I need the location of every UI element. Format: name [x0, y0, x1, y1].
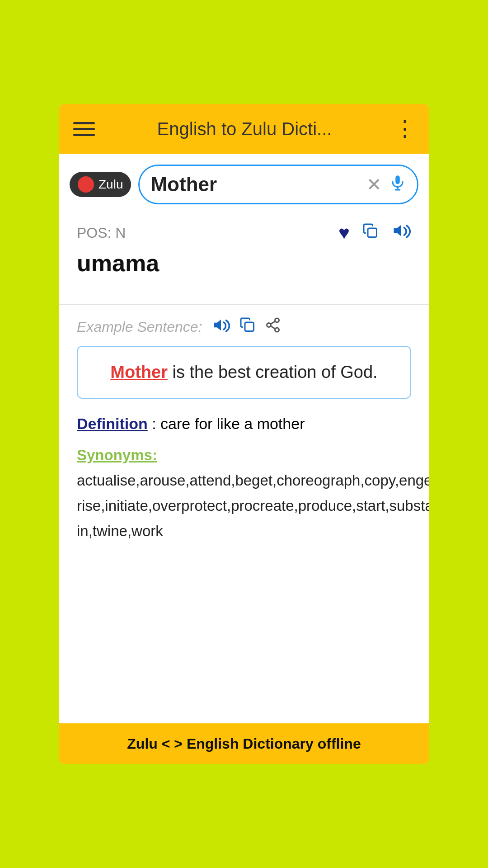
copy-icon[interactable]: [362, 222, 379, 244]
search-input-container[interactable]: Mother ✕: [138, 165, 418, 204]
example-row: Example Sentence:: [77, 316, 411, 339]
svg-point-9: [275, 328, 279, 332]
svg-line-10: [270, 326, 275, 329]
example-label: Example Sentence:: [77, 319, 202, 335]
svg-point-7: [275, 318, 279, 322]
pos-label: POS: N: [77, 225, 126, 241]
speaker-icon[interactable]: [391, 221, 411, 245]
svg-marker-4: [394, 225, 402, 236]
more-options-icon[interactable]: ⋮: [394, 118, 415, 140]
example-share-icon[interactable]: [265, 317, 281, 337]
svg-rect-0: [395, 175, 400, 184]
example-action-icons: [211, 316, 281, 339]
svg-line-11: [270, 321, 275, 324]
definition-colon: :: [148, 415, 160, 432]
language-label: Zulu: [99, 177, 123, 192]
menu-icon[interactable]: [73, 122, 95, 136]
synonyms-text: actualise,arouse,attend,beget,choreograp…: [77, 472, 429, 539]
example-speaker-icon[interactable]: [211, 316, 230, 339]
example-highlighted-word: Mother: [110, 363, 168, 382]
definition-link[interactable]: Definition: [77, 415, 148, 432]
main-content: Zulu Mother ✕ POS: N: [59, 154, 429, 723]
separator: [59, 304, 429, 305]
flag-icon: [78, 176, 94, 193]
result-card: POS: N ♥: [59, 212, 429, 304]
synonyms-label[interactable]: Synonyms:: [77, 447, 157, 463]
action-icons: ♥: [338, 221, 411, 245]
definition-line: Definition : care for like a mother: [77, 412, 411, 435]
favorite-icon[interactable]: ♥: [338, 222, 350, 244]
app-bar: English to Zulu Dicti... ⋮: [59, 104, 429, 154]
synonyms-line: Synonyms: actualise,arouse,attend,beget,…: [77, 443, 411, 544]
search-row: Zulu Mother ✕: [59, 154, 429, 212]
example-box: Mother is the best creation of God.: [77, 346, 411, 399]
svg-point-8: [267, 323, 271, 327]
svg-rect-6: [245, 322, 254, 331]
search-input-text[interactable]: Mother: [150, 173, 366, 196]
translation-word: umama: [77, 250, 411, 277]
example-sentence: Mother is the best creation of God.: [91, 359, 397, 385]
example-copy-icon[interactable]: [239, 316, 256, 338]
footer-text: Zulu < > English Dictionary offline: [127, 736, 361, 752]
microphone-icon[interactable]: [389, 174, 406, 195]
example-section: Example Sentence:: [59, 316, 429, 412]
svg-marker-5: [214, 320, 221, 331]
app-bar-title: English to Zulu Dicti...: [95, 119, 394, 139]
definition-text: care for like a mother: [160, 415, 305, 432]
definition-section: Definition : care for like a mother Syno…: [59, 412, 429, 544]
example-rest: is the best creation of God.: [168, 363, 378, 382]
svg-rect-3: [368, 228, 377, 237]
clear-icon[interactable]: ✕: [366, 174, 382, 195]
pos-row: POS: N ♥: [77, 221, 411, 245]
footer: Zulu < > English Dictionary offline: [59, 723, 429, 764]
phone-container: English to Zulu Dicti... ⋮ Zulu Mother ✕: [59, 104, 429, 764]
language-badge[interactable]: Zulu: [70, 172, 131, 197]
